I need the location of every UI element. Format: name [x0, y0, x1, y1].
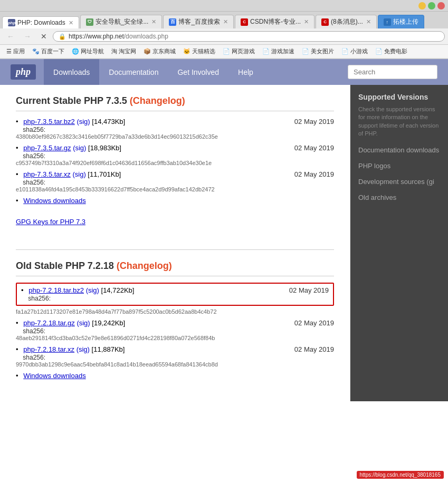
- sha-label-3: sha256:: [23, 179, 45, 186]
- bookmark-nav[interactable]: 🌐 网址导航: [69, 46, 107, 56]
- bullet-win-old: •: [16, 372, 18, 380]
- tab-csdn[interactable]: C CSDN博客-专业... ✕: [235, 15, 314, 28]
- list-item: • php-7.3.5.tar.xz (sig) [11,701Kb] 02 M…: [16, 170, 334, 192]
- file-info-3: • php-7.3.5.tar.xz (sig) [11,701Kb]: [16, 170, 121, 178]
- download-date-3: 02 May 2019: [294, 170, 334, 178]
- tab-close-5[interactable]: ✕: [366, 18, 371, 25]
- sha-label-2: sha256:: [23, 152, 45, 160]
- sha-hash-3: e1011838a46fd4a195c8453b333916622d7ff5bc…: [16, 186, 334, 192]
- close-nav-button[interactable]: ✕: [37, 31, 51, 42]
- sidebar-dev-sources[interactable]: Development sources (gi: [358, 178, 440, 186]
- nav-help[interactable]: Help: [228, 59, 263, 85]
- php-logo[interactable]: php: [11, 59, 44, 85]
- sig-link-old-2[interactable]: (sig): [77, 319, 90, 327]
- search-input[interactable]: [348, 65, 437, 79]
- sidebar-supported-versions[interactable]: Supported Versions: [358, 93, 440, 101]
- list-item: • php-7.3.5.tar.gz (sig) [18,983Kb] 02 M…: [16, 144, 334, 166]
- tab-close-3[interactable]: ✕: [223, 18, 228, 25]
- old-stable-title: Old Stable PHP 7.2.18 (Changelog): [16, 260, 334, 276]
- download-link-1[interactable]: php-7.3.5.tar.bz2: [23, 118, 75, 125]
- file-size-1: [14,473Kb]: [92, 118, 125, 125]
- bookmark-nav-label: 网址导航: [81, 47, 104, 55]
- sha-hash-2: c953749b7f3310a3a74f920ef698f6d1c04636d1…: [16, 160, 334, 166]
- file-info-2: • php-7.3.5.tar.gz (sig) [18,983Kb]: [16, 144, 121, 152]
- bookmark-jd[interactable]: 📦 京东商城: [140, 46, 179, 56]
- sig-link-old-1[interactable]: (sig): [86, 286, 99, 294]
- bookmark-movie[interactable]: 📄 免费电影: [372, 46, 411, 56]
- windows-downloads-old-link[interactable]: Windows downloads: [23, 372, 86, 380]
- sha-hash-old-2: 48aeb291814f3cd3ba03c52e79e8e61896d0271f…: [16, 335, 334, 341]
- download-row-3: • php-7.3.5.tar.xz (sig) [11,701Kb] 02 M…: [16, 170, 334, 178]
- sig-link-2[interactable]: (sig): [73, 144, 86, 152]
- download-link-2[interactable]: php-7.3.5.tar.gz: [23, 144, 71, 152]
- nav-bar: ← → ✕ 🔒 https://www.php.net/downloads.ph…: [0, 28, 448, 45]
- list-item: • php-7.3.5.tar.bz2 (sig) [14,473Kb] 02 …: [16, 118, 334, 140]
- tab-upload[interactable]: ↑ 拓楼上传: [378, 15, 424, 28]
- bookmark-webgame[interactable]: 📄 网页游戏: [220, 46, 258, 56]
- tab-icon-upload: ↑: [384, 18, 391, 26]
- url-bar[interactable]: 🔒 https://www.php.net/downloads.php: [53, 31, 445, 42]
- search-area: [348, 59, 437, 85]
- nav-downloads[interactable]: Downloads: [44, 59, 99, 85]
- highlight-box: • php-7.2.18.tar.bz2 (sig) [14,722Kb] 02…: [16, 283, 334, 306]
- download-link-old-2[interactable]: php-7.2.18.tar.gz: [23, 319, 75, 327]
- apps-icon: ☰: [6, 48, 12, 55]
- bookmark-label: 应用: [13, 47, 25, 55]
- bookmark-minigame[interactable]: 📄 小游戏: [338, 46, 371, 56]
- download-link-3[interactable]: php-7.3.5.tar.xz: [23, 170, 71, 178]
- download-link-old-1[interactable]: php-7.2.18.tar.bz2: [28, 286, 84, 294]
- close-button[interactable]: [437, 2, 445, 9]
- sidebar-doc-downloads[interactable]: Documentation downloads: [358, 146, 440, 154]
- sig-link-3[interactable]: (sig): [72, 170, 85, 178]
- old-stable-changelog[interactable]: (Changelog): [117, 260, 172, 271]
- current-stable-files: • php-7.3.5.tar.bz2 (sig) [14,473Kb] 02 …: [16, 118, 334, 205]
- nav-get-involved[interactable]: Get Involved: [168, 59, 228, 85]
- sidebar-php-logos[interactable]: PHP logos: [358, 162, 440, 170]
- tab-csdn2[interactable]: C (8条消息)... ✕: [316, 15, 377, 28]
- bookmark-baidu[interactable]: 🐾 百度一下: [29, 46, 68, 56]
- sha-row-old-2: sha256:: [16, 327, 334, 335]
- tab-security[interactable]: 🛡 安全导航_安全绿... ✕: [80, 15, 163, 28]
- tab-close-2[interactable]: ✕: [151, 18, 156, 25]
- gpg-keys-link[interactable]: GPG Keys for PHP 7.3: [16, 218, 85, 226]
- maximize-button[interactable]: [428, 2, 435, 9]
- ssl-lock-icon: 🔒: [59, 33, 66, 40]
- bullet-2: •: [16, 144, 18, 152]
- tab-close-1[interactable]: ✕: [69, 20, 73, 26]
- sidebar-old-archives[interactable]: Old archives: [358, 194, 440, 201]
- bookmark-speed[interactable]: 📄 游戏加速: [259, 46, 298, 56]
- bookmark-baidu-label: 百度一下: [41, 47, 64, 55]
- sig-link-1[interactable]: (sig): [77, 118, 90, 125]
- bookmark-tianmao[interactable]: 🐱 天猫精选: [180, 46, 218, 56]
- sha-hash-old-1: fa1a27b12d1173207e81e798a48d4a7f77ba897f…: [16, 308, 334, 315]
- jd-icon: 📦: [144, 48, 151, 55]
- bookmark-movie-label: 免费电影: [384, 47, 407, 55]
- minimize-button[interactable]: [418, 2, 426, 9]
- sha-label-old-2: sha256:: [23, 327, 45, 335]
- download-date-1: 02 May 2019: [294, 118, 334, 125]
- tab-close-4[interactable]: ✕: [304, 18, 309, 25]
- tab-php-downloads[interactable]: php PHP: Downloads ✕: [2, 16, 79, 28]
- tab-baidu[interactable]: 百 博客_百度搜索 ✕: [163, 15, 234, 28]
- php-logo-text: php: [11, 64, 36, 80]
- minigame-icon: 📄: [341, 48, 349, 55]
- nav-documentation[interactable]: Documentation: [99, 59, 168, 85]
- tab-label: PHP: Downloads: [17, 19, 65, 26]
- windows-downloads-link[interactable]: Windows downloads: [23, 197, 86, 205]
- bookmark-photos[interactable]: 📄 美女图片: [299, 46, 337, 56]
- file-size-3: [11,701Kb]: [88, 170, 121, 178]
- bookmark-taobao-label: 淘宝网: [119, 47, 136, 55]
- bullet-3: •: [16, 170, 18, 178]
- sha-label-old-3: sha256:: [23, 354, 45, 361]
- download-link-old-3[interactable]: php-7.2.18.tar.xz: [23, 345, 74, 353]
- back-button[interactable]: ←: [3, 31, 18, 42]
- sig-link-old-3[interactable]: (sig): [77, 345, 90, 353]
- webgame-icon: 📄: [223, 48, 230, 55]
- bookmark-apps[interactable]: ☰ 应用: [3, 46, 28, 56]
- movie-icon: 📄: [375, 48, 383, 55]
- current-stable-changelog[interactable]: (Changelog): [130, 95, 185, 106]
- forward-button[interactable]: →: [20, 31, 35, 42]
- bookmark-taobao[interactable]: 淘 淘宝网: [108, 46, 139, 56]
- sidebar: Supported Versions Check the supported v…: [350, 85, 448, 401]
- bookmark-tianmao-label: 天猫精选: [192, 47, 215, 55]
